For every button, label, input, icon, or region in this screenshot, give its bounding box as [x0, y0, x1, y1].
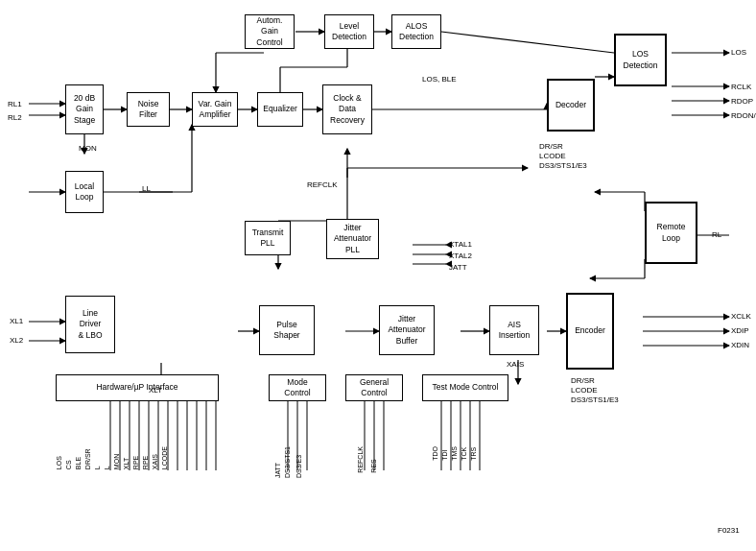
sig-l1: L	[94, 446, 104, 469]
sig-ds3e3: DS3/E3	[295, 446, 307, 478]
var-gain-amp-block: Var. GainAmplifier	[192, 92, 238, 127]
encoder-block: Encoder	[566, 293, 614, 370]
bottom-signals-gen: REFCLK RES	[357, 446, 380, 473]
sig-res: RES	[370, 446, 380, 473]
line-driver-block: LineDriver& LBO	[65, 296, 115, 353]
los-output-label: LOS	[731, 48, 746, 57]
var-gain-amp-label: Var. GainAmplifier	[199, 99, 232, 120]
los-detection-label: LOSDetection	[624, 49, 658, 70]
block-diagram: 20 dBGainStage NoiseFilter Var. GainAmpl…	[0, 0, 756, 551]
pulse-shaper-block: PulseShaper	[259, 305, 315, 355]
xais-label: XAIS	[507, 360, 524, 369]
sig-xlt: XLT	[123, 446, 132, 469]
sig-trs: TRS	[470, 446, 480, 461]
transmit-pll-block: TransmitPLL	[245, 221, 291, 255]
alos-detection-block: ALOSDetection	[391, 14, 441, 49]
sig-xais: XAIS	[152, 446, 161, 469]
general-control-label: GeneralControl	[360, 377, 389, 398]
sig-mon: MON	[113, 446, 123, 469]
cdr-block: Clock &DataRecovery	[322, 84, 372, 134]
alos-detection-label: ALOSDetection	[399, 21, 434, 42]
ais-insertion-block: AISInsertion	[489, 305, 539, 355]
rl2-label: RL2	[8, 113, 22, 122]
noise-filter-block: NoiseFilter	[127, 92, 170, 127]
rdon-label: RDON/BPV	[731, 111, 756, 120]
general-control-block: GeneralControl	[345, 374, 403, 401]
jitter-att-pll-label: JitterAttenuatorPLL	[334, 223, 371, 254]
xlt-label: XLT	[149, 386, 162, 395]
agc-block: Autom.GainControl	[245, 14, 295, 49]
hardware-up-block: Hardware/µP Interface	[56, 374, 219, 401]
sig-drsr: DR/SR	[84, 446, 94, 469]
sig-tdo: TDO	[432, 446, 441, 461]
local-loop-label: LocalLoop	[75, 181, 94, 203]
local-loop-block: LocalLoop	[65, 171, 104, 213]
encoder-label: Encoder	[575, 325, 605, 336]
dr-sr-label: DR/SR	[539, 142, 563, 151]
xtal2-label: XTAL2	[449, 252, 472, 260]
remote-loop-label: RemoteLoop	[657, 222, 686, 243]
jitter-att-buf-label: JitterAttenuatorBuffer	[388, 314, 425, 346]
ds3-enc-label: DS3/STS1/E3	[571, 395, 619, 404]
jitter-att-buf-block: JitterAttenuatorBuffer	[379, 305, 435, 355]
transmit-pll-label: TransmitPLL	[252, 228, 284, 249]
mon-label: MON	[79, 144, 97, 153]
test-mode-label: Test Mode Control	[433, 382, 499, 393]
jatt-label: JATT	[449, 263, 467, 272]
bottom-signals-mode: JATT DS3/STS1 DS3/E3	[274, 446, 307, 478]
pulse-shaper-label: PulseShaper	[273, 320, 299, 341]
jitter-att-pll-block: JitterAttenuatorPLL	[326, 219, 379, 259]
rl1-label: RL1	[8, 100, 22, 108]
sig-l2: L	[104, 446, 113, 469]
level-detection-label: LevelDetection	[332, 21, 366, 42]
equalizer-label: Equalizer	[263, 104, 296, 114]
xl2-label: XL2	[10, 336, 23, 345]
equalizer-block: Equalizer	[257, 92, 303, 127]
cdr-label: Clock &DataRecovery	[330, 93, 365, 125]
level-detection-block: LevelDetection	[324, 14, 374, 49]
gain-stage-block: 20 dBGainStage	[65, 84, 104, 134]
noise-filter-label: NoiseFilter	[138, 99, 159, 120]
los-detection-block: LOSDetection	[614, 34, 667, 86]
sig-lcode: LCODE	[161, 446, 171, 469]
ll-label: LL	[142, 184, 151, 193]
gain-stage-label: 20 dBGainStage	[74, 93, 95, 125]
decoder-label: Decoder	[555, 100, 586, 110]
svg-line-14	[441, 32, 614, 53]
sig-tms: TMS	[451, 446, 461, 461]
remote-loop-block: RemoteLoop	[645, 202, 697, 264]
mode-control-label: ModeControl	[284, 377, 310, 398]
figure-number: F0231	[718, 526, 740, 535]
sig-tdi: TDI	[441, 446, 451, 461]
rl-label: RL	[712, 230, 721, 239]
test-mode-block: Test Mode Control	[422, 374, 508, 401]
sig-rpe2: RPE	[142, 446, 152, 469]
xdin-label: XDIN	[731, 341, 749, 349]
xclk-label: XCLK	[731, 312, 751, 321]
xdip-label: XDIP	[731, 326, 749, 335]
sig-ds3sts1: DS3/STS1	[284, 446, 295, 478]
sig-los: LOS	[56, 446, 65, 469]
hardware-up-label: Hardware/µP Interface	[96, 382, 177, 393]
line-driver-label: LineDriver& LBO	[78, 308, 102, 340]
dr-sr-enc-label: DR/SR	[571, 376, 595, 385]
sig-cs: CS	[65, 446, 75, 469]
sig-tck: TCK	[461, 446, 470, 461]
sig-rpe1: RPE	[132, 446, 142, 469]
lcode-enc-label: LCODE	[571, 386, 598, 395]
rdop-label: RDOP	[731, 97, 753, 106]
ais-insertion-label: AISInsertion	[499, 320, 531, 341]
los-ble-label: LOS, BLE	[422, 75, 457, 84]
ds3-label: DS3/STS1/E3	[539, 161, 587, 170]
sig-refclk: REFCLK	[357, 446, 370, 473]
decoder-block: Decoder	[547, 79, 595, 132]
agc-label: Autom.GainControl	[256, 15, 282, 47]
xl1-label: XL1	[10, 317, 23, 325]
rclk-label: RCLK	[731, 83, 751, 91]
sig-ble: BLE	[75, 446, 84, 469]
xtal1-label: XTAL1	[449, 240, 472, 249]
bottom-signals-test: TDO TDI TMS TCK TRS	[432, 446, 480, 461]
mode-control-block: ModeControl	[269, 374, 326, 401]
refclk-label: REFCLK	[307, 180, 338, 189]
sig-jatt: JATT	[274, 446, 284, 478]
